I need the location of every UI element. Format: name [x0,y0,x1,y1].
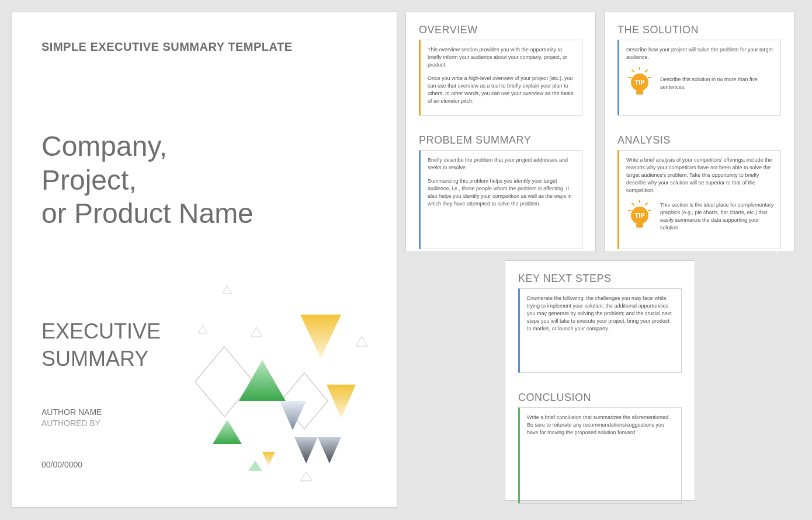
analysis-heading: ANALYSIS [617,134,781,146]
svg-marker-3 [239,360,286,401]
tip-lightbulb-icon: TIP [626,200,653,233]
analysis-text-1: Write a brief analysis of your competito… [626,156,775,194]
analysis-content-box: Write a brief analysis of your competito… [617,150,781,249]
overview-text-2: Once you write a high-level overview of … [428,75,576,105]
svg-marker-15 [300,472,312,481]
problem-summary-content-box: Briefly describe the problem that your p… [419,150,582,249]
svg-marker-7 [294,437,318,463]
document-title: Company, Project, or Product Name [41,130,367,231]
svg-marker-11 [223,285,232,294]
svg-marker-1 [195,347,254,417]
conclusion-heading: CONCLUSION [518,392,682,404]
svg-rect-20 [636,224,643,228]
page-overview-problem: OVERVIEW This overview section provides … [405,12,596,252]
problem-text-1: Briefly describe the problem that your p… [428,156,576,172]
key-next-steps-heading: KEY NEXT STEPS [518,273,682,285]
svg-marker-9 [262,452,275,466]
svg-marker-0 [300,315,341,358]
svg-marker-4 [327,385,356,418]
svg-marker-14 [356,337,367,346]
conclusion-text: Write a brief conclusion that summarizes… [527,414,675,437]
solution-tip-text: Describe this solution in no more than f… [660,76,775,91]
key-next-steps-text: Enumerate the following: the challenges … [527,295,675,333]
tip-lightbulb-icon: TIP [626,67,653,100]
conclusion-content-box: Write a brief conclusion that summarizes… [518,407,682,504]
overview-content-box: This overview section provides you with … [419,40,582,116]
cover-page: SIMPLE EXECUTIVE SUMMARY TEMPLATE Compan… [12,12,397,508]
cover-art-triangles [192,274,385,484]
analysis-tip-text: This section is the ideal place for comp… [660,201,775,232]
key-next-steps-content-box: Enumerate the following: the challenges … [518,288,682,373]
template-header: SIMPLE EXECUTIVE SUMMARY TEMPLATE [41,40,367,54]
overview-text-1: This overview section provides you with … [428,46,576,69]
svg-marker-13 [251,327,262,337]
svg-marker-8 [318,437,341,463]
svg-text:TIP: TIP [634,212,644,219]
problem-summary-heading: PROBLEM SUMMARY [419,134,582,146]
solution-text-1: Describe how your project will solve the… [626,46,775,61]
page-keynext-conclusion: KEY NEXT STEPS Enumerate the following: … [505,260,695,501]
svg-marker-12 [198,325,207,333]
svg-rect-17 [636,90,643,95]
document-container: SIMPLE EXECUTIVE SUMMARY TEMPLATE Compan… [12,12,800,508]
svg-marker-10 [248,460,262,471]
solution-heading: THE SOLUTION [617,24,781,36]
overview-heading: OVERVIEW [419,24,582,36]
secondary-pages-column: OVERVIEW This overview section provides … [405,12,794,501]
svg-text:TIP: TIP [634,79,644,86]
solution-content-box: Describe how your project will solve the… [617,40,781,116]
problem-text-2: Summarizing this problem helps you ident… [428,177,576,208]
page-solution-analysis: THE SOLUTION Describe how your project w… [604,12,794,252]
svg-marker-6 [213,420,242,444]
